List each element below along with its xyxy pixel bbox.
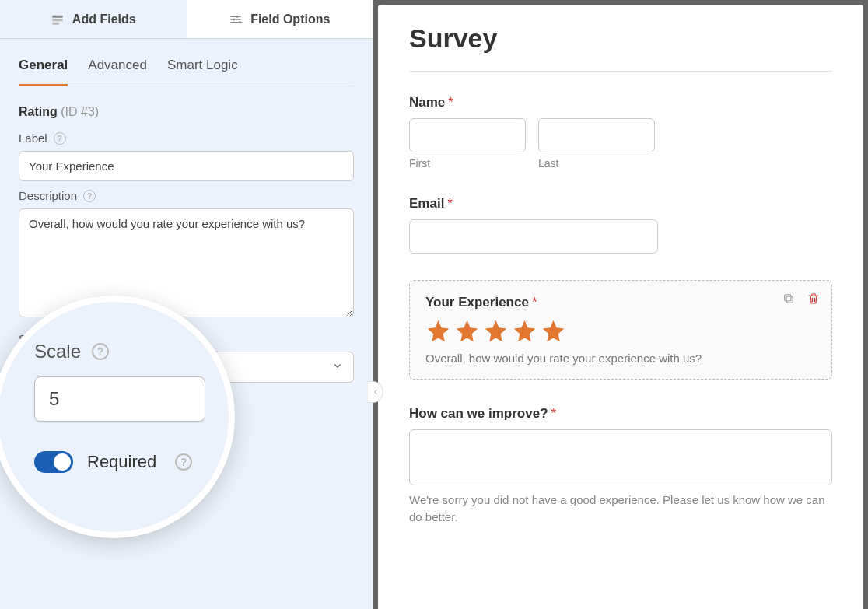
improve-textarea[interactable] <box>409 429 832 485</box>
description-label-text: Description <box>19 189 77 202</box>
top-tabs: Add Fields Field Options <box>0 0 373 39</box>
help-icon[interactable]: ? <box>54 132 66 145</box>
first-name-sublabel: First <box>409 157 526 170</box>
description-label: Description ? <box>19 189 354 202</box>
description-group: Description ? Overall, how would you rat… <box>0 181 373 320</box>
svg-rect-6 <box>786 296 793 303</box>
subtab-smart-logic[interactable]: Smart Logic <box>167 58 238 86</box>
required-row-zoom: Required ? <box>34 451 205 473</box>
label-label-text: Label <box>19 131 47 145</box>
duplicate-icon[interactable] <box>782 292 796 306</box>
last-name-sublabel: Last <box>538 157 655 170</box>
description-textarea[interactable]: Overall, how would you rate your experie… <box>19 208 354 317</box>
zoom-lens: Scale ? 5 Required ? <box>0 296 235 538</box>
experience-label-text: Your Experience <box>425 295 529 310</box>
improve-label-text: How can we improve? <box>409 406 548 421</box>
required-indicator: * <box>551 406 557 421</box>
last-name-input[interactable] <box>538 118 655 152</box>
email-label: Email* <box>409 196 832 212</box>
field-type: Rating <box>19 105 58 118</box>
scale-label-zoom-text: Scale <box>34 341 81 362</box>
tab-field-options[interactable]: Field Options <box>187 0 373 38</box>
divider <box>409 71 832 72</box>
svg-rect-2 <box>52 22 59 24</box>
experience-label: Your Experience* <box>425 295 816 310</box>
svg-rect-1 <box>52 19 63 21</box>
scale-label-zoom: Scale ? <box>34 341 205 362</box>
field-options-icon <box>229 12 243 26</box>
star-icon[interactable] <box>454 318 480 344</box>
label-group: Label ? <box>0 124 373 181</box>
required-label-zoom: Required <box>87 452 156 472</box>
name-field[interactable]: Name* First Last <box>409 95 832 170</box>
field-heading: Rating (ID #3) <box>0 86 373 124</box>
name-label-text: Name <box>409 95 445 110</box>
label-input[interactable] <box>19 151 354 181</box>
star-icon[interactable] <box>512 318 537 344</box>
scale-select-zoom[interactable]: 5 <box>34 376 205 422</box>
star-icon[interactable] <box>483 318 509 344</box>
improve-label: How can we improve?* <box>409 406 832 422</box>
svg-rect-7 <box>785 295 791 301</box>
sidebar: Add Fields Field Options General Advance… <box>0 0 373 609</box>
tab-field-options-label: Field Options <box>250 12 330 26</box>
first-name-input[interactable] <box>409 118 526 152</box>
required-indicator: * <box>448 95 453 110</box>
scale-select-zoom-value: 5 <box>49 388 59 410</box>
subtabs: General Advanced Smart Logic <box>19 39 354 86</box>
email-label-text: Email <box>409 196 444 211</box>
help-icon[interactable]: ? <box>175 453 192 471</box>
svg-point-3 <box>236 15 239 17</box>
help-icon[interactable]: ? <box>92 343 109 360</box>
star-icon[interactable] <box>425 318 451 344</box>
svg-point-4 <box>233 18 235 20</box>
tab-add-fields[interactable]: Add Fields <box>0 0 187 38</box>
svg-rect-0 <box>52 15 63 17</box>
svg-point-5 <box>239 21 241 23</box>
improve-help-text: We're sorry you did not have a good expe… <box>409 492 832 526</box>
improve-field[interactable]: How can we improve?* We're sorry you did… <box>409 406 832 526</box>
subtab-general[interactable]: General <box>19 58 68 86</box>
form-title: Survey <box>409 23 832 54</box>
help-icon[interactable]: ? <box>83 190 96 202</box>
required-indicator: * <box>532 295 537 310</box>
experience-description: Overall, how would you rate your experie… <box>425 352 816 365</box>
star-icon[interactable] <box>541 318 566 344</box>
field-id: (ID #3) <box>61 105 99 118</box>
chevron-left-icon <box>372 388 380 396</box>
tab-add-fields-label: Add Fields <box>72 12 136 26</box>
name-label: Name* <box>409 95 832 110</box>
email-field[interactable]: Email* <box>409 196 832 254</box>
add-fields-icon <box>51 12 65 26</box>
delete-icon[interactable] <box>807 292 821 306</box>
star-rating[interactable] <box>425 318 816 344</box>
form-preview: Survey Name* First Last Email* <box>378 5 863 609</box>
email-input[interactable] <box>409 219 658 254</box>
experience-field-selected[interactable]: Your Experience* Overall, how would you … <box>409 280 832 380</box>
required-toggle-zoom[interactable] <box>34 451 73 473</box>
required-indicator: * <box>447 196 453 211</box>
subtab-advanced[interactable]: Advanced <box>88 58 147 86</box>
label-label: Label ? <box>19 131 354 145</box>
